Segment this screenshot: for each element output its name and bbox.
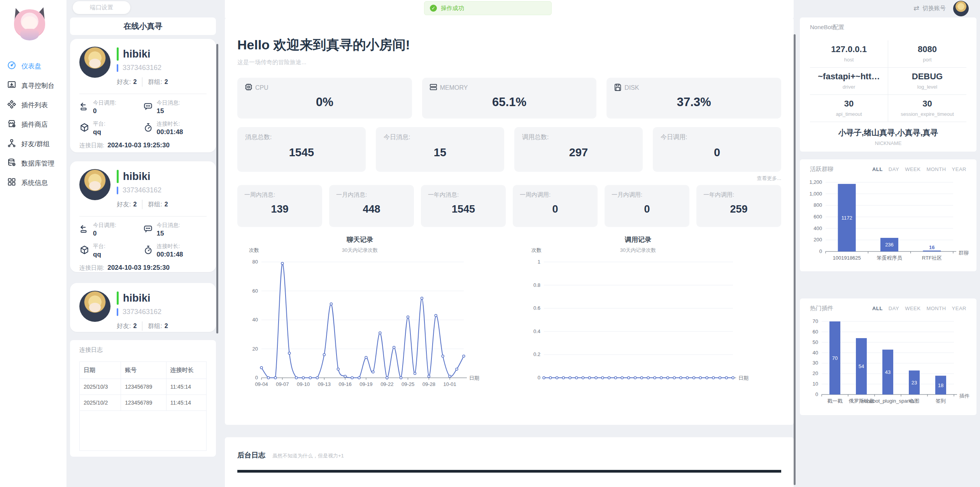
- hot-plugins-title: 热门插件: [810, 305, 833, 312]
- online-status-bar: [117, 170, 119, 183]
- stat-value: 0: [93, 107, 116, 115]
- config-value: ~fastapi+~htt…: [812, 72, 886, 82]
- view-more-link[interactable]: 查看更多...: [237, 175, 781, 182]
- success-toast: ✓ 操作成功: [424, 1, 552, 15]
- stat-value: 00:01:48: [157, 128, 183, 136]
- online-bots-title: 在线小真寻: [70, 17, 216, 35]
- divider: [79, 216, 207, 216]
- success-check-icon: ✓: [430, 5, 437, 12]
- sidebar-item-dashboard[interactable]: 仪表盘: [0, 56, 67, 76]
- svg-text:800: 800: [813, 202, 822, 208]
- app-logo-avatar: [12, 3, 47, 42]
- tab-all[interactable]: ALL: [872, 166, 883, 172]
- sidebar-item-plugin-store[interactable]: 插件商店: [0, 115, 67, 134]
- svg-text:日期: 日期: [469, 375, 479, 381]
- svg-text:聊天记录: 聊天记录: [346, 236, 373, 243]
- tab-year[interactable]: YEAR: [952, 166, 966, 172]
- config-item-port: 8080 port: [888, 40, 966, 68]
- backend-log-panel: 后台日志 虽然不知道为什么，但是视力+1: [225, 437, 794, 487]
- tab-week[interactable]: WEEK: [905, 305, 920, 311]
- sidebar-item-database[interactable]: 数据库管理: [0, 154, 67, 173]
- bot-id-bar: [117, 187, 118, 194]
- disk-card: DISK 37.3%: [607, 78, 781, 119]
- switch-account-button[interactable]: ⇄ 切换账号: [913, 4, 946, 12]
- tab-day[interactable]: DAY: [889, 166, 899, 172]
- bot-list-scrollbar[interactable]: [216, 44, 218, 333]
- tab-week[interactable]: WEEK: [905, 166, 920, 172]
- svg-text:调用记录: 调用记录: [624, 236, 651, 243]
- stat-label: 一周内调用:: [520, 191, 591, 199]
- stat-label: 一周内消息:: [244, 191, 315, 199]
- svg-text:1,200: 1,200: [809, 179, 822, 185]
- range-tabs: ALL DAY WEEK MONTH YEAR: [872, 166, 966, 172]
- stat-value: 15: [157, 230, 180, 237]
- main-scrollbar[interactable]: [794, 34, 796, 485]
- svg-text:43: 43: [885, 369, 891, 375]
- config-value: 30: [890, 99, 965, 109]
- bot-avatar: [79, 291, 110, 322]
- sidebar-item-label: 系统信息: [21, 178, 48, 187]
- svg-text:群聊: 群聊: [959, 250, 969, 256]
- tab-all[interactable]: ALL: [872, 305, 883, 311]
- svg-text:1: 1: [538, 259, 540, 265]
- tab-month[interactable]: MONTH: [926, 166, 946, 172]
- svg-text:色图: 色图: [909, 398, 919, 404]
- return-icon: [79, 99, 89, 115]
- table-row: 2025/10/2 123456789 11:45:14: [80, 395, 206, 411]
- tab-year[interactable]: YEAR: [952, 305, 966, 311]
- bot-card: hibiki 3373463162 好友:2 群组:2 今日调用:0 今日消息:…: [70, 161, 216, 272]
- log-cell-account: 123456789: [121, 379, 166, 395]
- bot-card: hibiki 3373463162 好友:2 群组:2: [70, 283, 216, 332]
- svg-text:0.8: 0.8: [533, 282, 540, 288]
- svg-text:200: 200: [813, 237, 822, 243]
- config-value: 小寻子,绪山真寻,小真寻,真寻: [810, 127, 966, 138]
- stat-value: 00:01:48: [157, 251, 183, 258]
- friends-count: 2: [133, 201, 137, 208]
- active-groups-title: 活跃群聊: [810, 166, 833, 173]
- port-settings-button[interactable]: 端口设置: [73, 1, 130, 14]
- active-groups-card: 活跃群聊 ALL DAY WEEK MONTH YEAR 02004006008…: [800, 159, 976, 271]
- log-col-header: 账号: [121, 362, 166, 379]
- svg-text:次数: 次数: [531, 247, 542, 253]
- backend-log-subtitle: 虽然不知道为什么，但是视力+1: [272, 452, 344, 459]
- connect-date-value: 2024-10-03 19:25:30: [107, 264, 170, 271]
- stopwatch-icon: [143, 243, 153, 258]
- svg-text:30天内记录次数: 30天内记录次数: [342, 247, 378, 253]
- svg-text:20: 20: [813, 370, 818, 376]
- stat-card-month-messages: 一月内消息: 448: [329, 185, 414, 227]
- console-icon: [7, 80, 16, 91]
- table-row: 2025/10/3 123456789 11:45:14: [80, 379, 206, 395]
- svg-text:0: 0: [815, 391, 818, 397]
- memory-label: MEMORY: [440, 84, 468, 91]
- sidebar-item-console[interactable]: 真寻控制台: [0, 76, 67, 95]
- stat-label: 今日调用:: [93, 99, 116, 106]
- stat-label: 一年内消息:: [428, 191, 499, 199]
- cpu-card: CPU 0%: [237, 78, 412, 119]
- tab-month[interactable]: MONTH: [926, 305, 946, 311]
- sidebar: 仪表盘 真寻控制台 插件列表 插件商店 好友/群组 数据库管理 系统信息: [0, 0, 67, 487]
- stat-value: 297: [522, 146, 635, 159]
- disk-value: 37.3%: [614, 95, 774, 109]
- config-label: log_level: [890, 84, 965, 90]
- svg-text:236: 236: [885, 242, 894, 248]
- svg-text:60: 60: [252, 288, 258, 294]
- user-avatar[interactable]: [953, 1, 969, 16]
- page-subtitle: 这是一场传奇的冒险旅途...: [237, 59, 781, 66]
- stat-label: 今日消息:: [384, 133, 496, 141]
- svg-text:0.2: 0.2: [533, 351, 540, 357]
- groups-label: 群组:: [148, 201, 162, 209]
- svg-text:1001918625: 1001918625: [833, 255, 861, 261]
- sidebar-item-plugin-list[interactable]: 插件列表: [0, 95, 67, 115]
- tab-day[interactable]: DAY: [889, 305, 899, 311]
- bot-id: 3373463162: [123, 186, 161, 194]
- svg-text:日期: 日期: [738, 375, 749, 381]
- database-icon: [7, 158, 16, 169]
- groups-count: 2: [165, 201, 168, 208]
- stat-value: 0: [93, 230, 116, 237]
- config-label: driver: [812, 84, 886, 90]
- svg-text:30天内记录次数: 30天内记录次数: [620, 247, 656, 253]
- cube-icon: [79, 120, 89, 136]
- sidebar-item-system-info[interactable]: 系统信息: [0, 173, 67, 192]
- sidebar-item-friends-groups[interactable]: 好友/群组: [0, 134, 67, 154]
- config-value: 127.0.0.1: [812, 44, 886, 54]
